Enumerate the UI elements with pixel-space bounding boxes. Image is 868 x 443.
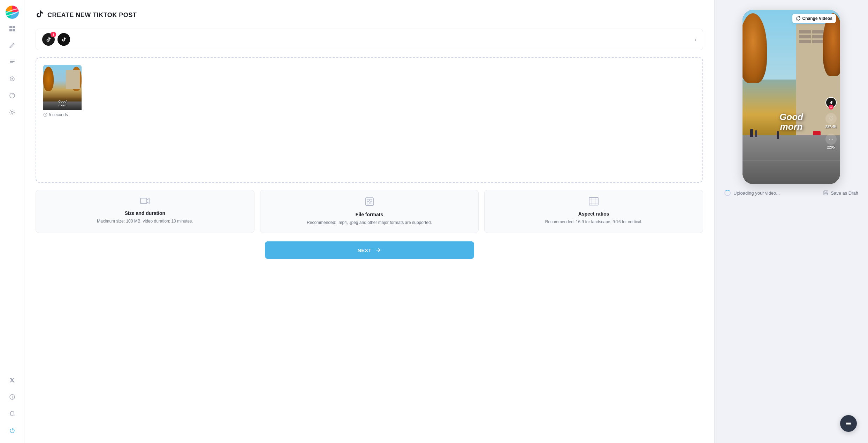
change-videos-label: Change Videos: [802, 16, 832, 21]
app-logo: [6, 6, 19, 19]
thumb-overlay: Good morn: [43, 97, 82, 110]
svg-rect-6: [10, 62, 13, 63]
sidebar-item-info[interactable]: [5, 390, 19, 404]
svg-rect-18: [589, 197, 598, 205]
svg-point-10: [11, 111, 13, 113]
account-selector[interactable]: 1 ›: [36, 29, 703, 50]
notification-badge: 1: [51, 32, 56, 37]
chevron-right-icon: ›: [694, 36, 696, 43]
video-thumbnail[interactable]: Good morn 5 seconds: [43, 65, 82, 117]
size-duration-desc: Maximum size: 100 MB, video duration: 10…: [41, 218, 249, 224]
svg-rect-5: [10, 61, 15, 62]
right-panel: Change Videos: [715, 0, 868, 443]
page-title: CREATE NEW TIKTOK POST: [47, 12, 137, 19]
left-panel: CREATE NEW TIKTOK POST 1: [24, 0, 715, 443]
page-header: CREATE NEW TIKTOK POST: [36, 10, 703, 20]
sidebar: [0, 0, 24, 443]
sidebar-item-feed[interactable]: [5, 72, 19, 86]
account-badge-2: [58, 33, 70, 46]
svg-rect-0: [9, 26, 12, 28]
info-card-aspect-ratios: Aspect ratios Recommended: 16:9 for land…: [484, 190, 703, 233]
info-card-file-formats: File formats Recommended: .mp4, .jpeg an…: [260, 190, 479, 233]
main-container: CREATE NEW TIKTOK POST 1: [24, 0, 868, 443]
svg-rect-3: [13, 29, 15, 31]
sidebar-item-twitter[interactable]: [5, 373, 19, 387]
account-icons: 1: [42, 33, 70, 46]
svg-rect-16: [370, 199, 372, 201]
tiktok-logo-icon: [36, 10, 44, 20]
aspect-ratios-title: Aspect ratios: [490, 211, 697, 217]
svg-rect-4: [10, 60, 15, 60]
phone-video-content: Good morn +: [743, 10, 840, 184]
aspect-ratios-desc: Recommended: 16:9 for landscape, 9:16 fo…: [490, 219, 697, 225]
file-format-icon: [266, 197, 473, 208]
uploading-label: Uploading your video...: [733, 190, 780, 196]
account-badge-1: 1: [42, 33, 55, 46]
upload-area[interactable]: Good morn 5 seconds: [36, 57, 703, 183]
svg-rect-15: [367, 199, 369, 201]
svg-rect-2: [9, 29, 12, 31]
video-duration: 5 seconds: [43, 112, 82, 117]
phone-preview: Good morn +: [743, 10, 840, 184]
svg-point-8: [12, 78, 13, 80]
file-formats-title: File formats: [266, 212, 473, 217]
preview-container: Change Videos: [743, 10, 840, 184]
uploading-status: Uploading your video...: [724, 190, 780, 196]
info-card-size-duration: Size and duration Maximum size: 100 MB, …: [36, 190, 254, 233]
thumb-text: Good morn: [46, 100, 79, 107]
change-videos-button[interactable]: Change Videos: [792, 14, 836, 23]
save-as-draft-label: Save as Draft: [831, 190, 858, 196]
info-cards: Size and duration Maximum size: 100 MB, …: [36, 190, 703, 233]
video-thumb-image: Good morn: [43, 65, 82, 110]
svg-rect-13: [140, 198, 147, 204]
sidebar-item-power[interactable]: [5, 423, 19, 437]
fab-menu-button[interactable]: [840, 415, 857, 432]
preview-overlay-text: Good morn: [779, 112, 803, 132]
sidebar-item-compose[interactable]: [5, 38, 19, 52]
upload-spinner: [724, 190, 731, 196]
size-duration-title: Size and duration: [41, 210, 249, 216]
svg-rect-17: [367, 202, 369, 204]
svg-rect-19: [824, 191, 828, 195]
sidebar-item-dashboard[interactable]: [5, 22, 19, 36]
next-button[interactable]: NEXT: [265, 241, 474, 259]
preview-status-bar: Uploading your video... Save as Draft: [723, 190, 860, 196]
sidebar-item-notifications[interactable]: [5, 407, 19, 421]
video-camera-icon: [41, 197, 249, 207]
sidebar-item-posts[interactable]: [5, 55, 19, 69]
sidebar-item-analytics[interactable]: [5, 89, 19, 103]
svg-rect-14: [366, 198, 373, 205]
aspect-ratio-icon: [490, 197, 697, 208]
sidebar-item-settings[interactable]: [5, 105, 19, 119]
save-as-draft-button[interactable]: Save as Draft: [823, 190, 858, 196]
svg-rect-1: [13, 26, 15, 28]
file-formats-desc: Recommended: .mp4, .jpeg and other major…: [266, 219, 473, 226]
